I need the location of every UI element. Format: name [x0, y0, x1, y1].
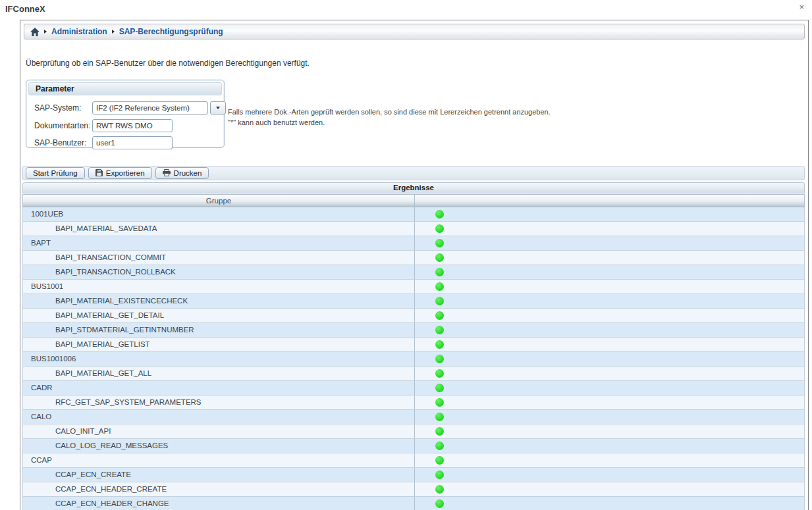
status-cell: [415, 222, 804, 236]
status-ok-icon: [435, 282, 444, 291]
group-name: BAPI_MATERIAL_EXISTENCECHECK: [23, 294, 415, 308]
table-row[interactable]: BAPI_MATERIAL_GET_DETAIL: [23, 309, 804, 323]
table-row[interactable]: BAPI_MATERIAL_SAVEDATA: [23, 222, 804, 236]
table-row[interactable]: BAPI_STDMATERIAL_GETINTNUMBER: [23, 323, 804, 338]
drucken-label: Drucken: [174, 169, 202, 177]
dokumentarten-input[interactable]: [92, 119, 173, 132]
breadcrumb-item-administration[interactable]: Administration: [51, 27, 107, 36]
dokumentarten-label: Dokumentarten:: [34, 121, 92, 130]
group-name: CALO_LOG_READ_MESSAGES: [23, 439, 415, 453]
group-name: BAPI_TRANSACTION_ROLLBACK: [23, 265, 415, 279]
exportieren-button[interactable]: Exportieren: [88, 167, 152, 179]
sap-benutzer-label: SAP-Benutzer:: [34, 138, 92, 147]
status-ok-icon: [435, 427, 444, 436]
table-row[interactable]: CALO_INIT_API: [23, 424, 804, 439]
status-cell: [415, 251, 804, 265]
status-ok-icon: [435, 369, 444, 378]
status-cell: [415, 294, 804, 308]
status-cell: [415, 367, 804, 380]
status-cell: [415, 352, 804, 366]
table-row[interactable]: CCAP: [23, 453, 804, 468]
drucken-button[interactable]: Drucken: [155, 167, 209, 179]
group-name: CCAP_ECN_HEADER_CREATE: [23, 482, 415, 496]
sap-system-dropdown-button[interactable]: [210, 101, 226, 115]
group-name: BUS1001: [23, 280, 415, 293]
status-ok-icon: [435, 471, 444, 479]
group-name: CALO_INIT_API: [23, 424, 415, 438]
group-name: BUS1001006: [23, 352, 415, 366]
gruppe-column-header[interactable]: Gruppe: [23, 195, 415, 207]
results-column-header: Gruppe: [22, 194, 805, 207]
status-cell: [415, 309, 804, 322]
table-row[interactable]: CCAP_ECN_HEADER_CHANGE: [23, 497, 804, 510]
close-icon[interactable]: ×: [799, 3, 804, 12]
group-name: CCAP_ECN_CREATE: [23, 468, 415, 482]
start-pruefung-label: Start Prüfung: [33, 169, 78, 177]
table-row[interactable]: CADR: [23, 381, 804, 395]
table-row[interactable]: CCAP_ECN_CREATE: [23, 468, 804, 482]
chevron-down-icon: [216, 107, 220, 109]
status-cell: [415, 236, 804, 250]
group-name: CCAP_ECN_HEADER_CHANGE: [23, 497, 415, 510]
hint-text: Falls mehrere Dok.-Arten geprüft werden …: [228, 107, 551, 128]
status-ok-icon: [435, 456, 444, 465]
table-row[interactable]: CALO: [23, 410, 804, 424]
group-name: BAPT: [23, 236, 415, 250]
app-title: IFConneX: [5, 4, 45, 14]
group-name: RFC_GET_SAP_SYSTEM_PARAMETERS: [23, 395, 415, 409]
breadcrumb-item-sap-berechtigungspruefung[interactable]: SAP-Berechtigungsprüfung: [119, 27, 223, 36]
table-row[interactable]: 1001UEB: [23, 207, 804, 222]
group-name: CADR: [23, 381, 415, 395]
table-row[interactable]: BAPI_MATERIAL_GET_ALL: [23, 367, 804, 381]
main-panel: Administration SAP-Berechtigungsprüfung …: [20, 20, 809, 510]
group-name: BAPI_MATERIAL_GET_DETAIL: [23, 309, 415, 322]
parameter-panel: Parameter SAP-System: IF2 (IF2 Reference…: [26, 80, 225, 148]
results-rows: 1001UEBBAPI_MATERIAL_SAVEDATABAPTBAPI_TR…: [22, 207, 805, 510]
status-ok-icon: [435, 297, 444, 305]
home-icon[interactable]: [30, 28, 40, 36]
status-ok-icon: [435, 253, 444, 262]
table-row[interactable]: BAPI_TRANSACTION_COMMIT: [23, 251, 804, 265]
status-cell: [415, 482, 804, 496]
table-row[interactable]: BAPT: [23, 236, 804, 251]
group-name: BAPI_TRANSACTION_COMMIT: [23, 251, 415, 265]
sap-benutzer-input[interactable]: [92, 136, 173, 149]
group-name: CCAP: [23, 453, 415, 467]
save-floppy-icon: [95, 169, 103, 178]
table-row[interactable]: BUS1001006: [23, 352, 804, 367]
group-name: CALO: [23, 410, 415, 424]
table-row[interactable]: BAPI_TRANSACTION_ROLLBACK: [23, 265, 804, 280]
sap-system-label: SAP-System:: [34, 103, 92, 113]
group-name: 1001UEB: [23, 207, 415, 221]
status-cell: [415, 395, 804, 409]
status-cell: [415, 424, 804, 438]
table-row[interactable]: CALO_LOG_READ_MESSAGES: [23, 439, 804, 453]
sap-system-select[interactable]: IF2 (IF2 Reference System): [92, 101, 208, 115]
status-cell: [415, 280, 804, 293]
table-row[interactable]: BAPI_MATERIAL_GETLIST: [23, 338, 804, 352]
hint-line-2: "*" kann auch benutzt werden.: [228, 117, 551, 128]
exportieren-label: Exportieren: [106, 169, 145, 177]
status-cell: [415, 410, 804, 424]
table-row[interactable]: BUS1001: [23, 280, 804, 294]
group-name: BAPI_MATERIAL_SAVEDATA: [23, 222, 415, 236]
group-name: BAPI_MATERIAL_GETLIST: [23, 338, 415, 351]
status-ok-icon: [435, 355, 444, 363]
status-ok-icon: [435, 384, 444, 392]
parameter-panel-title: Parameter: [28, 82, 222, 95]
group-name: BAPI_MATERIAL_GET_ALL: [23, 367, 415, 380]
status-cell: [415, 468, 804, 482]
status-ok-icon: [435, 268, 444, 276]
status-cell: [415, 338, 804, 351]
status-cell: [415, 207, 804, 221]
table-row[interactable]: BAPI_MATERIAL_EXISTENCECHECK: [23, 294, 804, 309]
hint-line-1: Falls mehrere Dok.-Arten geprüft werden …: [228, 107, 551, 117]
status-ok-icon: [435, 499, 444, 508]
status-cell: [415, 323, 804, 337]
status-column-header[interactable]: [415, 195, 804, 207]
table-row[interactable]: RFC_GET_SAP_SYSTEM_PARAMETERS: [23, 395, 804, 410]
start-pruefung-button[interactable]: Start Prüfung: [26, 167, 85, 179]
table-row[interactable]: CCAP_ECN_HEADER_CREATE: [23, 482, 804, 497]
status-cell: [415, 439, 804, 453]
status-ok-icon: [435, 326, 444, 334]
